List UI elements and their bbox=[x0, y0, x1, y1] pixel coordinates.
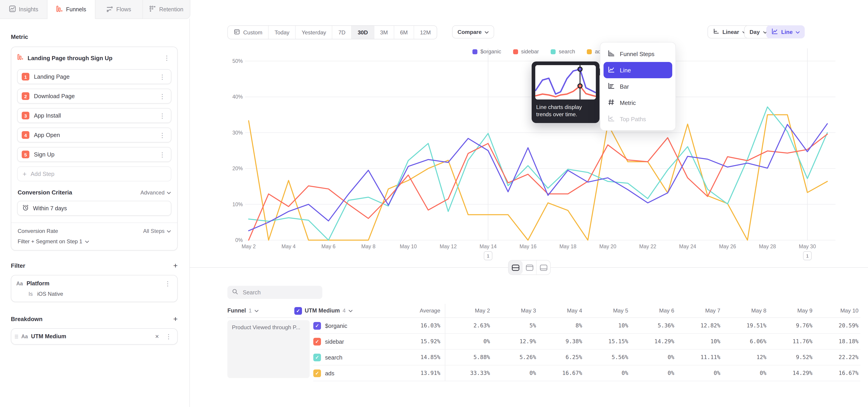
column-header-date[interactable]: May 9 bbox=[767, 308, 813, 314]
series-name: $organic bbox=[325, 322, 347, 329]
step-label: App Open bbox=[34, 132, 153, 138]
step-kebab-icon[interactable]: ⋮ bbox=[158, 92, 167, 100]
column-header-date[interactable]: May 4 bbox=[537, 308, 583, 314]
date-value-cell: 8% bbox=[537, 322, 583, 329]
svg-text:May 4: May 4 bbox=[281, 244, 296, 249]
line-chart-icon bbox=[608, 66, 615, 74]
date-value-cell: 10% bbox=[583, 322, 629, 329]
column-header-date[interactable]: May 10 bbox=[813, 308, 860, 314]
step-kebab-icon[interactable]: ⋮ bbox=[158, 72, 167, 81]
breakdown-table: Funnel 1 ✓ UTM Medium 4 Average May 2 Ma… bbox=[227, 304, 860, 381]
add-filter-button[interactable]: + bbox=[173, 262, 178, 270]
select-all-checkbox[interactable]: ✓ bbox=[294, 307, 302, 315]
property-type-icon: Aa bbox=[16, 281, 23, 286]
svg-text:May 30: May 30 bbox=[799, 244, 816, 249]
breakdown-kebab-icon[interactable]: ⋮ bbox=[164, 333, 173, 341]
conversion-criteria-heading: Conversion Criteria bbox=[18, 189, 141, 196]
advanced-dropdown[interactable]: Advanced bbox=[141, 189, 171, 196]
menu-item-label: Top Paths bbox=[620, 116, 646, 122]
breakdown-card-utm-medium[interactable]: ☰ Aa UTM Medium ✕ ⋮ bbox=[11, 328, 178, 345]
tab-retention[interactable]: Retention bbox=[143, 0, 190, 19]
filter-segment-label: Filter + Segment on Step 1 bbox=[18, 238, 82, 245]
step-kebab-icon[interactable]: ⋮ bbox=[158, 112, 167, 120]
table-view-toggle[interactable] bbox=[537, 260, 550, 275]
line-chart[interactable]: 0%10%20%30%40%50%11May 2May 4May 6May 8M… bbox=[190, 0, 868, 264]
tab-label: Insights bbox=[19, 6, 38, 12]
breakdown-column-header[interactable]: ✓ UTM Medium 4 bbox=[294, 307, 385, 315]
column-header-date[interactable]: May 5 bbox=[583, 308, 629, 314]
report-type-tabs: Insights Funnels Flows Retention bbox=[0, 0, 190, 19]
step-number-badge: 5 bbox=[22, 151, 29, 158]
step-label: App Install bbox=[34, 112, 153, 119]
tab-flows[interactable]: Flows bbox=[95, 0, 143, 19]
date-value-cell: 6.06% bbox=[721, 338, 767, 345]
svg-text:May 22: May 22 bbox=[639, 244, 656, 249]
date-value-cell: 0% bbox=[629, 370, 675, 376]
search-icon bbox=[232, 288, 238, 296]
svg-text:20%: 20% bbox=[232, 165, 243, 171]
column-header-date[interactable]: May 7 bbox=[675, 308, 721, 314]
series-checkbox[interactable]: ✓ bbox=[313, 338, 321, 345]
tooltip-mini-chart bbox=[535, 65, 596, 99]
filter-kebab-icon[interactable]: ⋮ bbox=[163, 279, 172, 288]
search-input[interactable] bbox=[242, 289, 318, 296]
date-value-cell: 2.63% bbox=[445, 322, 491, 329]
table-search[interactable] bbox=[227, 286, 322, 299]
column-header-average[interactable]: Average bbox=[385, 308, 445, 314]
chart-view-toggle[interactable] bbox=[523, 260, 537, 275]
report-main-area: Custom Today Yesterday 7D 30D 3M 6M 12M … bbox=[190, 0, 868, 407]
add-step-button[interactable]: + Add Step bbox=[17, 166, 171, 181]
step-kebab-icon[interactable]: ⋮ bbox=[158, 150, 167, 158]
remove-breakdown-icon[interactable]: ✕ bbox=[153, 333, 161, 340]
tab-label: Retention bbox=[159, 6, 183, 12]
tab-label: Flows bbox=[116, 6, 131, 12]
funnel-row-group-cell[interactable]: Product Viewed through P... bbox=[227, 320, 310, 378]
all-steps-dropdown[interactable]: All Steps bbox=[143, 228, 171, 234]
tooltip-text: Line charts display trends over time. bbox=[535, 103, 596, 119]
menu-item-top-paths[interactable]: Top Paths bbox=[603, 111, 672, 127]
date-value-cell: 12.9% bbox=[491, 338, 537, 345]
series-checkbox[interactable]: ✓ bbox=[313, 369, 321, 377]
funnel-step-1[interactable]: 1 Landing Page ⋮ bbox=[17, 69, 171, 84]
series-checkbox[interactable]: ✓ bbox=[313, 353, 321, 361]
average-column-border bbox=[445, 304, 445, 381]
tab-insights[interactable]: Insights bbox=[0, 0, 48, 19]
metric-kebab-icon[interactable]: ⋮ bbox=[162, 54, 171, 62]
funnel-column-header[interactable]: Funnel 1 bbox=[227, 308, 294, 314]
series-checkbox[interactable]: ✓ bbox=[313, 322, 321, 330]
step-number-badge: 3 bbox=[22, 112, 29, 119]
menu-item-bar[interactable]: Bar bbox=[603, 78, 672, 95]
conversion-window-button[interactable]: Within 7 days bbox=[17, 201, 171, 216]
chevron-down-icon bbox=[254, 308, 258, 314]
menu-item-line[interactable]: Line bbox=[603, 62, 672, 78]
funnel-step-3[interactable]: 3 App Install ⋮ bbox=[17, 108, 171, 123]
date-value-cell: 5.56% bbox=[583, 354, 629, 361]
funnel-step-5[interactable]: 5 Sign Up ⋮ bbox=[17, 147, 171, 162]
chevron-down-icon bbox=[348, 308, 352, 314]
column-header-date[interactable]: May 3 bbox=[491, 308, 537, 314]
column-header-date[interactable]: May 6 bbox=[629, 308, 675, 314]
insights-icon bbox=[9, 5, 16, 13]
funnel-step-4[interactable]: 4 App Open ⋮ bbox=[17, 128, 171, 143]
table-row: ✓sidebar15.92%0%12.9%9.38%15.15%14.29%10… bbox=[313, 334, 860, 350]
metric-card: Landing Page through Sign Up ⋮ 1 Landing… bbox=[11, 46, 178, 251]
average-value-cell: 13.91% bbox=[385, 370, 445, 376]
layout-toggle-group bbox=[508, 260, 551, 275]
filter-property-name: Platform bbox=[26, 280, 160, 287]
column-header-date[interactable]: May 8 bbox=[721, 308, 767, 314]
menu-item-metric[interactable]: Metric bbox=[603, 95, 672, 111]
menu-item-funnel-steps[interactable]: Funnel Steps bbox=[603, 46, 672, 62]
drag-handle-icon[interactable]: ☰ bbox=[14, 334, 18, 339]
filter-segment-dropdown[interactable]: Filter + Segment on Step 1 bbox=[18, 238, 171, 245]
metric-heading: Metric bbox=[11, 33, 178, 40]
svg-text:May 10: May 10 bbox=[400, 244, 416, 249]
column-header-date[interactable]: May 2 bbox=[445, 308, 491, 314]
funnel-step-2[interactable]: 2 Download Page ⋮ bbox=[17, 89, 171, 103]
date-value-cell: 0% bbox=[491, 370, 537, 376]
step-kebab-icon[interactable]: ⋮ bbox=[158, 131, 167, 139]
filter-card-platform[interactable]: Aa Platform ⋮ Is iOS Native bbox=[11, 275, 178, 302]
add-breakdown-button[interactable]: + bbox=[173, 315, 178, 323]
tab-funnels[interactable]: Funnels bbox=[48, 0, 95, 19]
split-view-toggle[interactable] bbox=[508, 260, 523, 275]
date-value-cell: 0% bbox=[721, 370, 767, 376]
